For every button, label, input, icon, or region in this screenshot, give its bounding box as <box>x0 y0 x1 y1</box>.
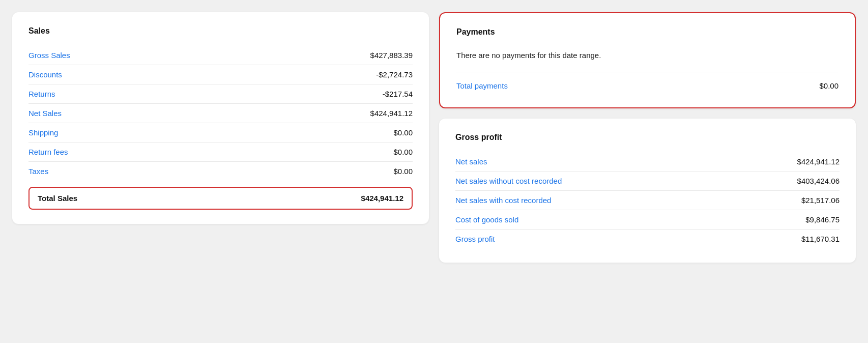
gross-sales-label[interactable]: Gross Sales <box>28 51 70 60</box>
taxes-value: $0.00 <box>393 167 413 176</box>
gp-gross-profit-label[interactable]: Gross profit <box>455 235 495 243</box>
gp-gross-profit-row: Gross profit $11,670.31 <box>455 230 840 248</box>
gp-cogs-value: $9,846.75 <box>805 215 840 224</box>
returns-row: Returns -$217.54 <box>28 84 413 103</box>
gp-net-sales-with-label[interactable]: Net sales with cost recorded <box>455 196 551 205</box>
gp-net-sales-with-value: $21,517.06 <box>801 196 840 205</box>
net-sales-row: Net Sales $424,941.12 <box>28 104 413 123</box>
total-sales-value: $424,941.12 <box>361 194 403 203</box>
payments-title: Payments <box>456 27 838 37</box>
gp-cogs-row: Cost of goods sold $9,846.75 <box>455 210 840 229</box>
return-fees-row: Return fees $0.00 <box>28 142 413 161</box>
gp-net-sales-row: Net sales $424,941.12 <box>455 152 840 171</box>
discounts-value: -$2,724.73 <box>376 70 413 79</box>
gross-profit-title: Gross profit <box>455 133 840 142</box>
shipping-row: Shipping $0.00 <box>28 123 413 142</box>
main-layout: Sales Gross Sales $427,883.39 Discounts … <box>12 12 856 263</box>
gp-cogs-label[interactable]: Cost of goods sold <box>455 215 518 224</box>
total-sales-label[interactable]: Total Sales <box>38 194 77 203</box>
net-sales-value: $424,941.12 <box>370 109 413 118</box>
net-sales-label[interactable]: Net Sales <box>28 109 62 118</box>
taxes-label[interactable]: Taxes <box>28 167 48 176</box>
total-payments-label[interactable]: Total payments <box>456 81 508 90</box>
returns-value: -$217.54 <box>383 90 413 98</box>
discounts-row: Discounts -$2,724.73 <box>28 65 413 84</box>
payments-card: Payments There are no payments for this … <box>439 12 856 108</box>
gp-net-sales-without-row: Net sales without cost recorded $403,424… <box>455 172 840 190</box>
gross-sales-value: $427,883.39 <box>370 51 413 60</box>
total-sales-row: Total Sales $424,941.12 <box>28 187 413 210</box>
total-payments-value: $0.00 <box>819 81 838 90</box>
total-payments-row: Total payments $0.00 <box>456 78 838 93</box>
left-column: Sales Gross Sales $427,883.39 Discounts … <box>12 12 429 263</box>
no-payments-message: There are no payments for this date rang… <box>456 47 838 64</box>
gross-profit-card: Gross profit Net sales $424,941.12 Net s… <box>439 119 856 263</box>
returns-label[interactable]: Returns <box>28 90 55 98</box>
gp-net-sales-without-value: $403,424.06 <box>797 177 840 185</box>
discounts-label[interactable]: Discounts <box>28 70 62 79</box>
return-fees-label[interactable]: Return fees <box>28 148 68 156</box>
gp-net-sales-label[interactable]: Net sales <box>455 157 487 166</box>
sales-card: Sales Gross Sales $427,883.39 Discounts … <box>12 12 429 224</box>
shipping-label[interactable]: Shipping <box>28 128 58 137</box>
shipping-value: $0.00 <box>393 128 413 137</box>
gp-net-sales-with-row: Net sales with cost recorded $21,517.06 <box>455 191 840 210</box>
taxes-row: Taxes $0.00 <box>28 162 413 181</box>
gp-net-sales-without-label[interactable]: Net sales without cost recorded <box>455 177 562 185</box>
right-column: Payments There are no payments for this … <box>439 12 856 263</box>
return-fees-value: $0.00 <box>393 148 413 156</box>
sales-title: Sales <box>28 26 413 36</box>
gp-gross-profit-value: $11,670.31 <box>801 235 840 243</box>
gross-sales-row: Gross Sales $427,883.39 <box>28 46 413 65</box>
gp-net-sales-value: $424,941.12 <box>797 157 840 166</box>
payments-divider <box>456 72 838 72</box>
